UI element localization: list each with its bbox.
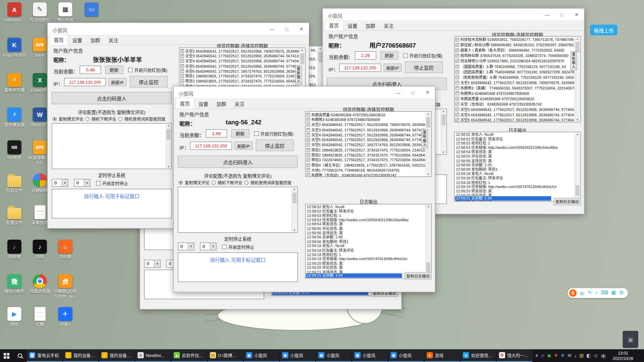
- radio-unselected[interactable]: [212, 180, 216, 184]
- desktop-icon-22[interactable]: 合成浏览器: [28, 274, 52, 294]
- checkbox-checked[interactable]: ✓: [306, 143, 310, 147]
- group-row[interactable]: ✓ 天空2 6542846542, 1775622517, 5512910958…: [455, 107, 574, 112]
- taskbar-app-4[interactable]: ◎NewBet...: [135, 349, 171, 362]
- group-list[interactable]: ▲ ▼ ✓ 科技桂木宠粉群 5140552811, 7550234177, 73…: [454, 36, 581, 122]
- group-row[interactable]: ✓ 天空2 6542846542, 1775622517, 5512910958…: [180, 48, 299, 53]
- checkbox-unchecked[interactable]: [96, 181, 101, 185]
- chevron-down-icon[interactable]: ▾: [154, 260, 160, 267]
- desktop-icon-24[interactable]: ▶微视: [2, 307, 26, 327]
- checkbox-checked[interactable]: ✓: [455, 108, 459, 111]
- desktop-icon-19[interactable]: ♪抖音: [28, 240, 52, 259]
- group-row[interactable]: ✓ 带目2 1984923825, 1775622517, 3734157470…: [306, 153, 425, 158]
- timer-enable-option[interactable]: 开启定时停止: [222, 244, 254, 250]
- tray-icon-4[interactable]: ✚: [554, 353, 558, 358]
- group-row[interactable]: ✓ 天空2 6542846542, 1775622517, 5512910958…: [306, 122, 425, 127]
- scroll-thumb[interactable]: [292, 192, 297, 203]
- group-row[interactable]: ✓ （圆圆高质量）3-群 7540249958, 7762158129, 607…: [455, 64, 574, 69]
- desktop-icon-7[interactable]: ⚡雷电多开器: [2, 73, 26, 93]
- radio-unselected[interactable]: [245, 180, 249, 184]
- checkbox-checked[interactable]: ✓: [455, 102, 459, 106]
- timer-hour-select[interactable]: 0 ▾: [178, 243, 194, 250]
- tab[interactable]: 设置: [68, 35, 86, 45]
- group-row[interactable]: ✓ 布朗熊3 6248365368 4797234807835609: [306, 117, 425, 122]
- close-button[interactable]: ✕: [569, 9, 584, 21]
- tab[interactable]: 加群: [362, 20, 380, 30]
- group-row[interactable]: ✓ （团团高质量）2-群 7540249958, 6077191190, 539…: [455, 69, 574, 74]
- redpacket-only-option[interactable]: 开启只抢红包(慎): [128, 67, 167, 73]
- desktop-icon-26[interactable]: ✈迅雷X: [53, 307, 77, 327]
- taskbar-app-12[interactable]: ♦游戏: [424, 349, 460, 362]
- scroll-up-icon[interactable]: ▲: [441, 110, 446, 112]
- group-row[interactable]: ✓ 大地1 7770561074, 7794668118, 4815436397…: [306, 168, 425, 173]
- timer-enable-option[interactable]: 开启定时停止: [96, 180, 128, 186]
- group-row[interactable]: ✓ 天空4 6542846542, 1775622517, 5512910958…: [455, 112, 574, 118]
- ip-field[interactable]: 117.139.132.200: [64, 78, 106, 86]
- checkbox-checked[interactable]: ✓: [455, 59, 459, 63]
- radio-unselected[interactable]: [118, 117, 122, 121]
- group-row[interactable]: ✓ 天空（全自动） 6248365368 4797235230935742: [455, 102, 574, 107]
- scroll-thumb[interactable]: [576, 185, 580, 196]
- window-note-input[interactable]: 自行输入 可用于标记窗口: [178, 252, 298, 282]
- chevron-down-icon[interactable]: ▾: [188, 243, 194, 250]
- tab[interactable]: 首页: [49, 34, 68, 45]
- group-row[interactable]: ✓ 带目4（城主专区） 1984923825, 1775622517, 1097…: [306, 163, 425, 168]
- checkbox-checked[interactable]: ✓: [306, 168, 310, 172]
- group-row[interactable]: ✓ 天空4 6542846542, 1775622517, 5512910958…: [180, 59, 299, 64]
- taskbar-app-9[interactable]: ◉小旋风: [316, 349, 352, 362]
- log-output[interactable]: ▲ ▼ 12:59:21 总余额: 1.69 12:58:52 发包人: Nco…: [305, 204, 432, 279]
- scroll-thumb[interactable]: [300, 53, 304, 64]
- checkbox-checked[interactable]: ✓: [180, 74, 184, 78]
- radio-unselected[interactable]: [86, 117, 90, 121]
- checkbox-checked[interactable]: ✓: [306, 113, 310, 116]
- checkbox-checked[interactable]: ✓: [455, 113, 459, 117]
- scroll-down-icon[interactable]: ▼: [166, 165, 171, 168]
- checkbox-checked[interactable]: ✓: [455, 75, 459, 79]
- checkbox-unchecked[interactable]: [222, 245, 226, 249]
- window-note-input[interactable]: 自行输入 可用于标记窗口: [52, 189, 172, 218]
- checkbox-checked[interactable]: ✓: [306, 173, 310, 177]
- scroll-down-icon[interactable]: ▼: [575, 119, 580, 121]
- tray-icon-1[interactable]: ∧: [535, 353, 538, 358]
- timer-hour-select[interactable]: 0 ▾: [144, 260, 161, 267]
- scroll-up-icon[interactable]: ▲: [166, 124, 171, 127]
- scroll-thumb[interactable]: [576, 42, 580, 53]
- tab[interactable]: 关注: [104, 35, 122, 45]
- group-row[interactable]: ✓ 天空1 6542846542, 1775622517, 5512910958…: [455, 80, 574, 85]
- radio-selected[interactable]: [53, 117, 57, 121]
- balance-field[interactable]: 0.48: [80, 66, 101, 74]
- close-button[interactable]: ✕: [294, 23, 309, 35]
- scrollbar[interactable]: ▲ ▼: [441, 110, 446, 154]
- radio-selected[interactable]: [179, 180, 183, 184]
- group-row[interactable]: ✓ 天空4 6542846542, 1775622517, 5512910958…: [306, 132, 425, 137]
- tray-icon-7[interactable]: ♪: [574, 353, 577, 358]
- checkbox-checked[interactable]: ✓: [455, 65, 459, 68]
- desktop-icon-25[interactable]: 花瓣: [28, 307, 52, 327]
- tab[interactable]: 关注: [230, 99, 249, 108]
- group-row[interactable]: ✓ 科技桂木宠粉群 5140552811, 7550234177, 736571…: [455, 37, 574, 42]
- checkbox-checked[interactable]: ✓: [180, 59, 184, 63]
- scrollbar[interactable]: ▲ ▼: [291, 188, 297, 232]
- ime-toolbar[interactable]: S 中✎♪⌨▦⚙: [568, 288, 628, 298]
- log-selected-row[interactable]: 12:59:21 总余额: 2.26: [455, 196, 551, 200]
- scrollbar[interactable]: ▲ ▼: [426, 205, 431, 278]
- checkbox-checked[interactable]: ✓: [306, 118, 310, 121]
- group-row[interactable]: ✓ 何去释明小马甲 5245517993, 2101096334 4824118…: [455, 58, 574, 64]
- timer-minute-select[interactable]: 0 ▾: [200, 243, 216, 250]
- checkbox-checked[interactable]: ✓: [455, 43, 459, 47]
- redpacket-only-option[interactable]: 开启只抢红包(慎): [403, 53, 442, 59]
- refresh-balance-button[interactable]: 刷新: [105, 66, 123, 74]
- checkbox-checked[interactable]: ✓: [180, 79, 184, 83]
- group-row[interactable]: ✓ 天空5 6542846542, 1775622517, 5512910958…: [180, 64, 299, 69]
- tray-icon-10[interactable]: ◁: [594, 353, 597, 358]
- group-row[interactable]: ✓ 天空5 6542846542, 1775622517, 5512910958…: [306, 137, 425, 142]
- checkbox-checked[interactable]: ✓: [306, 163, 310, 167]
- scroll-up-icon[interactable]: ▲: [575, 133, 580, 135]
- desktop-icon-4[interactable]: ▭: [80, 2, 104, 17]
- group-row[interactable]: ✓ 布朗熊3（真模） 7749606150, 5943375007, 77752…: [455, 85, 574, 91]
- tab[interactable]: 首页: [175, 98, 194, 108]
- desktop-icon-20[interactable]: ☼向日葵: [53, 240, 77, 259]
- ime-tool-icon-6[interactable]: ⚙: [619, 290, 624, 297]
- scroll-thumb[interactable]: [166, 129, 170, 139]
- scroll-thumb[interactable]: [426, 262, 430, 273]
- reload-groups-button[interactable]: 重新载入: [421, 129, 428, 148]
